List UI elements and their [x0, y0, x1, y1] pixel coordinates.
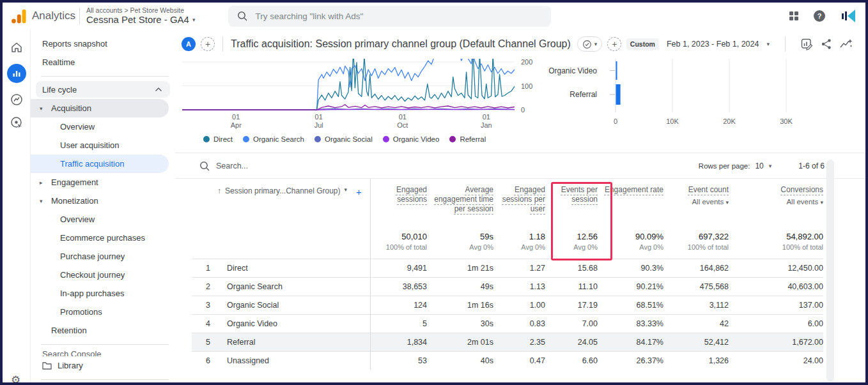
rows-per-page-select[interactable]: 10	[755, 162, 763, 170]
caret-down-icon[interactable]: ▾	[769, 163, 772, 169]
cell-organic-video-engagement-rate: 83.33%	[598, 314, 663, 333]
column-header-engaged-sessions-per-user[interactable]: Engaged sessions per user	[493, 179, 545, 228]
svg-text:100: 100	[521, 82, 532, 90]
column-header-engagement-rate[interactable]: Engagement rate	[598, 179, 663, 228]
table-row-channel-organic-social: 3Organic Social	[192, 296, 371, 314]
cell-referral-engaged-sessions-per-user: 2.35	[493, 333, 545, 351]
sidebar-item-checkout-journey[interactable]: Checkout journey	[31, 266, 175, 284]
explore-icon[interactable]	[10, 93, 23, 106]
add-metric-button[interactable]: +	[607, 37, 621, 51]
property-selector[interactable]: Cessna Pet Store - GA4 ▾	[86, 14, 195, 25]
advertising-icon[interactable]	[10, 116, 23, 129]
customize-report-icon[interactable]	[801, 38, 813, 50]
apps-grid-icon[interactable]	[789, 11, 799, 21]
sidebar-divider	[41, 379, 169, 380]
ga4-application-window: Analytics All accounts > Pet Store Websi…	[0, 0, 868, 385]
legend-dot	[383, 136, 389, 142]
insights-icon[interactable]	[840, 38, 853, 50]
sidebar-item-acquisition[interactable]: ▾Acquisition	[31, 99, 169, 117]
table-scrollbar[interactable]	[826, 160, 834, 382]
totals-cell-events-per-session: 12.56Avg 0%	[545, 228, 598, 259]
cell-organic-video-events-per-session: 7.00	[545, 314, 598, 333]
report-title: Traffic acquisition: Session primary cha…	[231, 38, 571, 50]
sidebar-item-overview[interactable]: Overview	[31, 210, 175, 229]
analytics-logo[interactable]: Analytics	[3, 8, 79, 24]
svg-text:01: 01	[232, 113, 240, 121]
sidebar-item-reports-snapshot[interactable]: Reports snapshot	[31, 34, 175, 53]
report-avatar[interactable]: A	[182, 37, 196, 51]
column-filter-event-count[interactable]: All events ▾	[663, 197, 729, 208]
cell-direct-engaged-sessions: 9,491	[371, 259, 427, 277]
caret-down-icon[interactable]: ▾	[766, 41, 770, 47]
cell-organic-video-event-count: 42	[663, 314, 729, 333]
svg-text:Jan: Jan	[481, 121, 492, 129]
sessions-bar-chart: 010K20K30KOrganic VideoReferral	[533, 59, 840, 130]
totals-subtext: 100% of total	[371, 243, 427, 251]
table-row-channel-unassigned: 6Unassigned	[192, 351, 371, 370]
svg-text:Apr: Apr	[231, 121, 242, 129]
breadcrumb-path[interactable]: All accounts > Pet Store Website	[86, 6, 195, 14]
cell-organic-social-engaged-sessions: 124	[371, 296, 427, 314]
cell-organic-video-engaged-sessions-per-user: 0.83	[493, 314, 545, 333]
totals-cell-event-count: 697,322100% of total	[663, 228, 729, 259]
header-divider	[785, 36, 786, 52]
column-filter-conversions[interactable]: All events ▾	[729, 197, 823, 208]
sidebar-item-purchase-journey[interactable]: Purchase journey	[31, 247, 175, 266]
chevron-up-icon	[155, 87, 162, 92]
totals-subtext: Avg 0%	[545, 243, 598, 251]
global-search[interactable]: Try searching "link with Ads"	[228, 6, 551, 27]
date-range-selector[interactable]: Feb 1, 2023 - Feb 1, 2024	[667, 40, 759, 49]
reports-icon[interactable]	[7, 64, 26, 83]
main-content: A + Traffic acquisition: Session primary…	[175, 29, 865, 382]
column-header-engaged-sessions[interactable]: Engaged sessions	[371, 179, 427, 228]
column-header-event-count[interactable]: Event countAll events ▾	[663, 179, 729, 228]
add-comparison-button[interactable]: +	[201, 37, 215, 51]
sidebar-item-overview[interactable]: Overview	[31, 117, 175, 136]
svg-text:200: 200	[521, 59, 532, 66]
legend-dot	[243, 136, 249, 142]
settings-gear-icon[interactable]: ⚙	[11, 374, 20, 382]
legend-item-direct[interactable]: Direct	[203, 135, 233, 143]
totals-cell-average-engagement-time-per-session: 59sAvg 0%	[427, 228, 493, 259]
legend-dot	[314, 136, 321, 142]
table-search-input[interactable]: Search...	[199, 161, 699, 171]
sidebar-item-traffic-acquisition[interactable]: Traffic acquisition	[31, 155, 169, 173]
sidebar-item-realtime[interactable]: Realtime	[31, 53, 175, 72]
svg-text:Organic Video: Organic Video	[548, 66, 597, 75]
column-header-average-engagement-time-per-session[interactable]: Average engagement time per session	[427, 179, 493, 228]
sidebar-section-life-cycle[interactable]: Life cycle	[36, 81, 170, 98]
sidebar-item-retention[interactable]: Retention	[31, 321, 175, 340]
report-status-pill[interactable]: ▾	[577, 36, 603, 52]
column-header-conversions[interactable]: ConversionsAll events ▾	[729, 179, 823, 228]
sidebar-item-engagement[interactable]: ▸Engagement	[31, 173, 175, 192]
profile-avatar[interactable]	[840, 8, 856, 24]
legend-item-organic-search[interactable]: Organic Search	[243, 135, 304, 143]
share-icon[interactable]	[821, 38, 832, 50]
cell-direct-engaged-sessions-per-user: 1.27	[493, 259, 545, 277]
legend-dot	[449, 136, 456, 142]
table-row-channel-referral: 5Referral	[192, 333, 371, 351]
column-header-events-per-session[interactable]: Events per session	[545, 179, 598, 228]
sidebar-item-library[interactable]: Library	[31, 356, 175, 375]
sidebar-item-ecommerce-purchases[interactable]: Ecommerce purchases	[31, 229, 175, 247]
table-dimension-header[interactable]: ↑Session primary...Channel Group)▾+	[192, 179, 371, 228]
header-divider	[222, 36, 223, 52]
sidebar-item-search-console-clipped[interactable]: Search Console	[31, 349, 175, 356]
legend-item-referral[interactable]: Referral	[449, 135, 486, 143]
table-row-channel-organic-video: 4Organic Video	[192, 314, 371, 333]
totals-value: 59s	[427, 232, 493, 241]
sidebar-item-in-app-purchases[interactable]: In-app purchases	[31, 284, 175, 303]
legend-item-organic-video[interactable]: Organic Video	[383, 135, 440, 143]
help-icon[interactable]: ?	[813, 10, 826, 22]
sidebar-item-user-acquisition[interactable]: User acquisition	[31, 136, 175, 155]
legend-dot	[203, 136, 210, 142]
cell-direct-average-engagement-time-per-session: 1m 21s	[427, 259, 493, 277]
report-header-actions: Custom Feb 1, 2023 - Feb 1, 2024 ▾	[626, 36, 853, 52]
legend-item-organic-social[interactable]: Organic Social	[314, 135, 373, 143]
home-icon[interactable]	[10, 41, 23, 54]
sidebar-item-promotions[interactable]: Promotions	[31, 303, 175, 321]
cell-referral-average-engagement-time-per-session: 2m 01s	[427, 333, 493, 351]
cell-unassigned-conversions: 24.00	[729, 351, 823, 370]
sidebar-item-monetization[interactable]: ▾Monetization	[31, 192, 175, 210]
search-icon	[237, 11, 247, 21]
